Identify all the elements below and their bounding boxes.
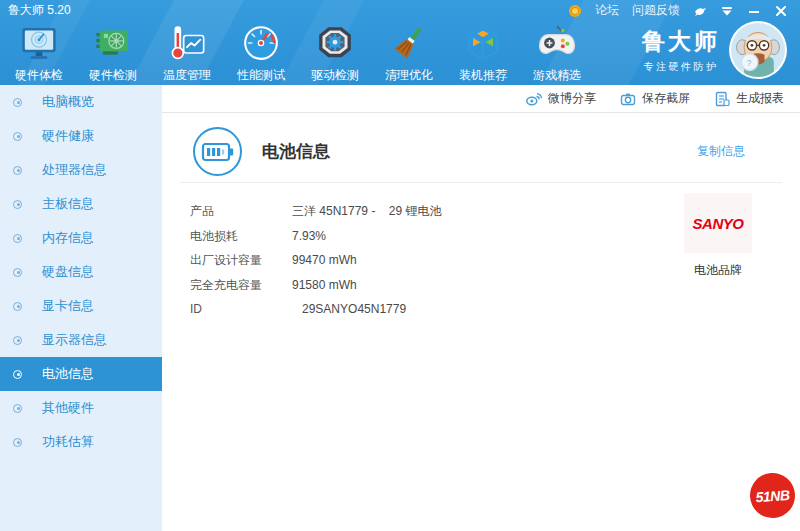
toolbar-item-hardware-checkup[interactable]: 硬件体检	[2, 23, 76, 84]
sidebar-item-memory-info[interactable]: 内存信息	[0, 221, 162, 255]
sidebar-item-label: 其他硬件	[42, 399, 94, 417]
action-label: 保存截屏	[642, 90, 690, 107]
toolbar-item-label: 清理优化	[385, 67, 433, 84]
sidebar-item-label: 内存信息	[42, 229, 94, 247]
battery-brand-panel: SANYO 电池品牌	[684, 193, 752, 279]
report-icon	[714, 91, 730, 107]
action-label: 生成报表	[736, 90, 784, 107]
row-value: 91580 mWh	[292, 273, 357, 298]
sidebar: 电脑概览 硬件健康 处理器信息 主板信息 内存信息 硬盘信息 显卡信息 显示器信…	[0, 85, 162, 531]
row-value: 7.93%	[292, 224, 326, 249]
medal-icon	[568, 4, 582, 18]
toolbar-item-benchmark[interactable]: 性能测试	[224, 23, 298, 84]
section-divider	[180, 182, 782, 183]
skin-icon[interactable]	[720, 4, 734, 18]
weibo-share-button[interactable]: 微博分享	[525, 90, 596, 107]
speedometer-icon	[241, 23, 281, 63]
brand-name: 鲁大师	[642, 26, 720, 57]
toolbar-item-temperature[interactable]: 温度管理	[150, 23, 224, 84]
sidebar-item-label: 显卡信息	[42, 297, 94, 315]
copy-info-link[interactable]: 复制信息	[697, 143, 745, 160]
sidebar-item-monitor-info[interactable]: 显示器信息	[0, 323, 162, 357]
radio-icon	[13, 234, 22, 243]
titlebar-controls: 论坛 问题反馈	[568, 2, 788, 19]
sidebar-item-label: 主板信息	[42, 195, 94, 213]
battery-brand-caption: 电池品牌	[684, 262, 752, 279]
sidebar-item-label: 功耗估算	[42, 433, 94, 451]
sidebar-item-battery-info[interactable]: 电池信息	[0, 357, 162, 391]
radio-icon	[13, 98, 22, 107]
svg-text:?: ?	[747, 58, 752, 68]
sidebar-item-cpu-info[interactable]: 处理器信息	[0, 153, 162, 187]
body: 电脑概览 硬件健康 处理器信息 主板信息 内存信息 硬盘信息 显卡信息 显示器信…	[0, 85, 800, 531]
brand-block: 鲁大师 专注硬件防护 ?	[642, 21, 787, 79]
sidebar-item-label: 电池信息	[42, 365, 94, 383]
forum-link[interactable]: 论坛	[595, 2, 619, 19]
toolbar-item-label: 温度管理	[163, 67, 211, 84]
sidebar-item-label: 硬件健康	[42, 127, 94, 145]
sidebar-item-hardware-health[interactable]: 硬件健康	[0, 119, 162, 153]
toolbar-item-driver-detect[interactable]: 驱动检测	[298, 23, 372, 84]
thermometer-chart-icon	[167, 23, 207, 63]
generate-report-button[interactable]: 生成报表	[714, 90, 784, 107]
toolbar-item-game-selection[interactable]: 游戏精选	[520, 23, 594, 84]
row-label: ID	[190, 297, 292, 322]
radio-icon	[13, 370, 22, 379]
sidebar-item-label: 电脑概览	[42, 93, 94, 111]
toolbar-item-label: 硬件体检	[15, 67, 63, 84]
broom-icon	[389, 23, 429, 63]
toolbar-item-hardware-detect[interactable]: 硬件检测	[76, 23, 150, 84]
toolbar-item-label: 游戏精选	[533, 67, 581, 84]
radio-icon	[13, 438, 22, 447]
app-title: 鲁大师 5.20	[8, 2, 71, 19]
row-label: 电池损耗	[190, 224, 292, 249]
sidebar-item-label: 硬盘信息	[42, 263, 94, 281]
toolbar-item-label: 驱动检测	[311, 67, 359, 84]
sidebar-item-disk-info[interactable]: 硬盘信息	[0, 255, 162, 289]
section-header: 电池信息 复制信息	[180, 125, 782, 178]
mascot-avatar: ?	[729, 21, 787, 79]
radio-icon	[13, 132, 22, 141]
radio-icon	[13, 200, 22, 209]
minimize-button[interactable]	[747, 4, 761, 18]
cube-icon	[463, 23, 503, 63]
row-label: 产品	[190, 199, 292, 224]
save-screenshot-button[interactable]: 保存截屏	[620, 90, 690, 107]
row-label: 完全充电容量	[190, 273, 292, 298]
row-value: 29SANYO45N1779	[292, 297, 406, 322]
51nb-watermark-badge: 51NB	[748, 471, 796, 519]
radio-icon	[13, 268, 22, 277]
row-value: 三洋 45N1779 - 29 锂电池	[292, 199, 441, 224]
toolbar-item-label: 装机推荐	[459, 67, 507, 84]
titlebar: 鲁大师 5.20 论坛 问题反馈	[0, 0, 800, 18]
sidebar-item-label: 处理器信息	[42, 161, 107, 179]
close-button[interactable]	[774, 4, 788, 18]
sidebar-item-computer-overview[interactable]: 电脑概览	[0, 85, 162, 119]
sidebar-item-gpu-info[interactable]: 显卡信息	[0, 289, 162, 323]
toolbar-item-build-recommend[interactable]: 装机推荐	[446, 23, 520, 84]
dove-icon[interactable]	[693, 4, 707, 18]
toolbar-item-cleanup[interactable]: 清理优化	[372, 23, 446, 84]
radio-icon	[13, 336, 22, 345]
sidebar-item-motherboard-info[interactable]: 主板信息	[0, 187, 162, 221]
monitor-radar-icon	[19, 23, 59, 63]
feedback-link[interactable]: 问题反馈	[632, 2, 680, 19]
table-row: ID 29SANYO45N1779	[190, 297, 800, 322]
action-bar: 微博分享 保存截屏 生成报表	[162, 85, 800, 113]
gamepad-icon	[537, 23, 577, 63]
toolbar-item-label: 硬件检测	[89, 67, 137, 84]
content-area: 微博分享 保存截屏 生成报表 电池信息 复制信息	[162, 85, 800, 531]
gear-nut-icon	[315, 23, 355, 63]
app-window: 鲁大师 5.20 论坛 问题反馈	[0, 0, 800, 531]
weibo-icon	[525, 91, 542, 107]
sanyo-logo-text: SANYO	[693, 215, 744, 232]
app-header: 鲁大师 5.20 论坛 问题反馈	[0, 0, 800, 85]
gpu-card-icon	[93, 23, 133, 63]
camera-icon	[620, 91, 636, 107]
radio-icon	[13, 166, 22, 175]
brand-slogan: 专注硬件防护	[642, 60, 720, 74]
sidebar-item-other-hardware[interactable]: 其他硬件	[0, 391, 162, 425]
radio-icon	[13, 302, 22, 311]
sidebar-item-power-estimate[interactable]: 功耗估算	[0, 425, 162, 459]
row-value: 99470 mWh	[292, 248, 357, 273]
